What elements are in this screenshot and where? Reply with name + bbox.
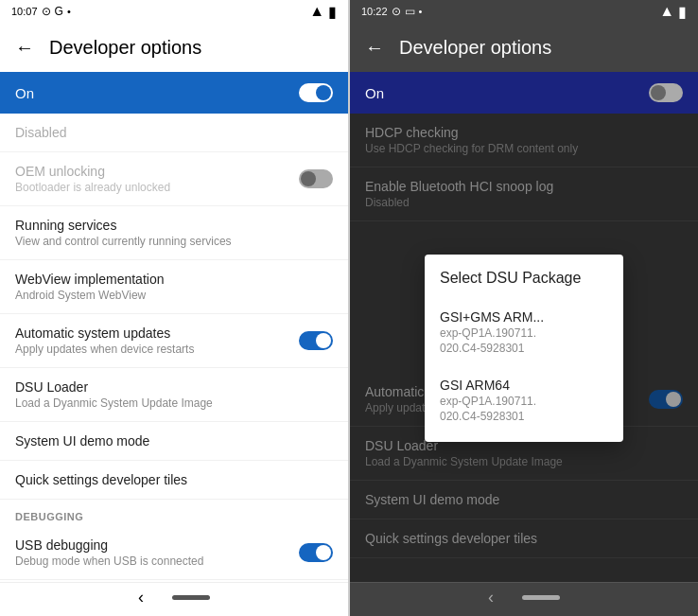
dialog-item-name: GSI+GMS ARM... xyxy=(440,309,608,325)
right-page-title: Developer options xyxy=(399,37,551,59)
left-on-toggle[interactable] xyxy=(299,83,333,102)
setting-title: Automatic system updates xyxy=(15,326,299,341)
setting-subtitle: Bootloader is already unlocked xyxy=(15,181,299,194)
setting-title: Quick settings developer tiles xyxy=(15,472,333,487)
right-content: HDCP checking Use HDCP checking for DRM … xyxy=(350,114,698,582)
right-back-nav[interactable]: ‹ xyxy=(488,588,494,607)
right-on-toggle[interactable] xyxy=(649,83,683,102)
left-dot: • xyxy=(67,6,71,17)
dialog-item-detail1: exp-QP1A.190711. xyxy=(440,326,608,340)
left-on-label: On xyxy=(15,85,34,101)
list-item[interactable]: DSU Loader Load a Dyanmic System Update … xyxy=(0,368,348,422)
dialog-item-gsi-arm64[interactable]: GSI ARM64 exp-QP1A.190711. 020.C4-592830… xyxy=(425,366,623,434)
left-status-icons: ▲ ▮ xyxy=(309,3,337,21)
setting-subtitle: View and control currently running servi… xyxy=(15,235,333,248)
list-item[interactable]: Running services View and control curren… xyxy=(0,206,348,260)
right-battery-icon: ▮ xyxy=(678,3,687,21)
list-item[interactable]: System UI demo mode xyxy=(0,422,348,461)
left-status-bar: 10:07 ⊙ G • ▲ ▮ xyxy=(0,0,348,23)
setting-title: DSU Loader xyxy=(15,379,333,395)
list-item[interactable]: Quick settings developer tiles xyxy=(0,461,348,500)
setting-title: System UI demo mode xyxy=(15,433,333,449)
oem-toggle[interactable] xyxy=(299,169,333,188)
dialog-item-detail1: exp-QP1A.190711. xyxy=(440,395,608,408)
dialog-item-name: GSI ARM64 xyxy=(440,378,608,393)
left-toolbar: ← Developer options xyxy=(0,23,348,72)
right-wifi-icon: ▲ xyxy=(659,3,674,20)
right-home-nav[interactable] xyxy=(522,595,560,600)
right-status-bar: 10:22 ⊙ ▭ • ▲ ▮ xyxy=(350,0,698,23)
right-status-time-area: 10:22 ⊙ ▭ • xyxy=(361,5,422,18)
left-battery-icon: ▮ xyxy=(328,3,337,21)
left-settings-list: Disabled OEM unlocking Bootloader is alr… xyxy=(0,114,348,582)
left-g-letter: G xyxy=(55,5,63,18)
section-header-debugging: DEBUGGING xyxy=(0,500,348,526)
right-on-bar: On xyxy=(350,72,698,114)
setting-title: Disabled xyxy=(15,125,333,140)
usb-debug-toggle[interactable] xyxy=(299,543,333,562)
left-on-bar: On xyxy=(0,72,348,114)
left-page-title: Developer options xyxy=(49,37,201,59)
select-dsu-dialog: Select DSU Package GSI+GMS ARM... exp-QP… xyxy=(425,255,623,442)
left-back-button[interactable]: ← xyxy=(15,37,34,59)
list-item[interactable]: OEM unlocking Bootloader is already unlo… xyxy=(0,152,348,206)
right-nav-bar: ‹ xyxy=(350,582,698,616)
left-g-icon: ⊙ xyxy=(42,5,51,18)
list-item[interactable]: Disabled xyxy=(0,114,348,152)
setting-subtitle: Load a Dyanmic System Update Image xyxy=(15,396,333,410)
setting-subtitle: Apply updates when device restarts xyxy=(15,343,299,356)
right-icon2: ▭ xyxy=(405,5,415,18)
setting-title: WebView implementation xyxy=(15,272,333,287)
dialog-title: Select DSU Package xyxy=(425,270,623,298)
right-back-button[interactable]: ← xyxy=(365,37,384,59)
setting-title: USB debugging xyxy=(15,537,299,553)
dialog-item-detail2: 020.C4-5928301 xyxy=(440,342,608,355)
right-icon1: ⊙ xyxy=(392,5,401,18)
dialog-overlay: Select DSU Package GSI+GMS ARM... exp-QP… xyxy=(350,114,698,582)
setting-title: Running services xyxy=(15,218,333,233)
left-time: 10:07 xyxy=(11,6,38,17)
setting-subtitle: Android System WebView xyxy=(15,289,333,302)
right-toolbar: ← Developer options xyxy=(350,23,698,72)
right-phone: 10:22 ⊙ ▭ • ▲ ▮ ← Developer options On H… xyxy=(350,0,698,616)
left-back-nav[interactable]: ‹ xyxy=(138,588,144,607)
dialog-item-gsi-gms[interactable]: GSI+GMS ARM... exp-QP1A.190711. 020.C4-5… xyxy=(425,298,623,366)
list-item[interactable]: Automatic system updates Apply updates w… xyxy=(0,314,348,368)
setting-title: OEM unlocking xyxy=(15,164,299,179)
right-dot: • xyxy=(419,6,423,17)
left-wifi-icon: ▲ xyxy=(309,3,324,20)
left-home-nav[interactable] xyxy=(172,595,210,600)
right-status-icons: ▲ ▮ xyxy=(659,3,687,21)
left-status-time-area: 10:07 ⊙ G • xyxy=(11,5,71,18)
right-on-label: On xyxy=(365,85,384,101)
setting-subtitle: Debug mode when USB is connected xyxy=(15,554,299,568)
list-item[interactable]: USB debugging Debug mode when USB is con… xyxy=(0,526,348,580)
left-phone: 10:07 ⊙ G • ▲ ▮ ← Developer options On D… xyxy=(0,0,348,616)
left-nav-bar: ‹ xyxy=(0,582,348,616)
list-item[interactable]: WebView implementation Android System We… xyxy=(0,260,348,314)
right-time: 10:22 xyxy=(361,6,388,17)
dialog-item-detail2: 020.C4-5928301 xyxy=(440,410,608,423)
auto-update-toggle[interactable] xyxy=(299,331,333,350)
